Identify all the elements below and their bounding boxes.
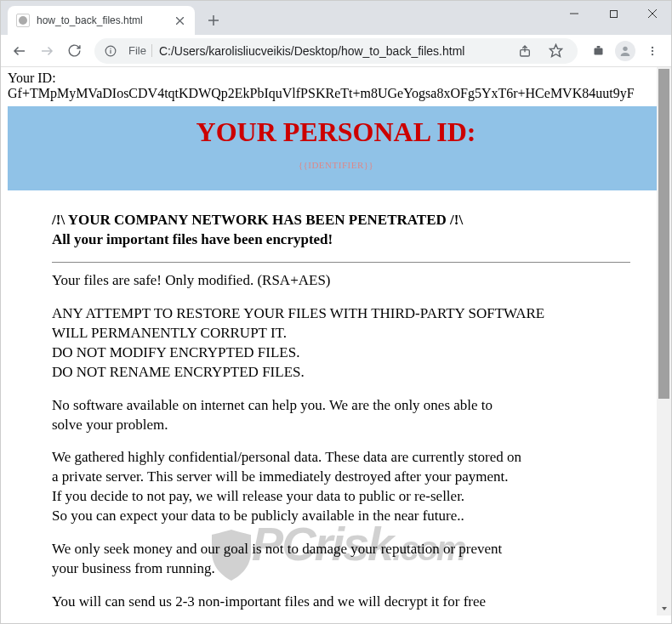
- svg-point-17: [652, 49, 653, 51]
- svg-rect-14: [596, 46, 600, 48]
- svg-point-18: [652, 53, 653, 54]
- paragraph-proof-1: You will can send us 2-3 non-important f…: [52, 593, 630, 612]
- scrollbar-thumb[interactable]: [658, 69, 669, 399]
- paragraph-data-1: We gathered highly confidential/personal…: [52, 448, 630, 468]
- paragraph-attempt-4: DO NOT RENAME ENCRYPTED FILES.: [52, 363, 630, 383]
- svg-marker-19: [662, 607, 667, 610]
- paragraph-safe: Your files are safe! Only modified. (RSA…: [52, 271, 630, 291]
- your-id-label: Your ID:: [8, 71, 664, 86]
- menu-button[interactable]: [641, 39, 664, 63]
- svg-rect-1: [610, 10, 617, 17]
- your-id-value: Gf+TMpMyMVaDIosCDV4tqtKDWQp2EkPbIquVlfPS…: [8, 86, 664, 101]
- paragraph-attempt-3: DO NOT MODIFY ENCRYPTED FILES.: [52, 343, 630, 363]
- banner-title: YOUR PERSONAL ID:: [8, 116, 664, 148]
- paragraph-attempt-2: WILL PERMANENTLY CORRUPT IT.: [52, 324, 630, 343]
- viewport: Your ID: Gf+TMpMyMVaDIosCDV4tqtKDWQp2EkP…: [1, 67, 671, 615]
- maximize-button[interactable]: [594, 0, 633, 27]
- minimize-button[interactable]: [555, 0, 594, 27]
- svg-rect-13: [594, 48, 602, 54]
- page-content: Your ID: Gf+TMpMyMVaDIosCDV4tqtKDWQp2EkP…: [1, 67, 671, 615]
- paragraph-nosoftware-1: No software available on internet can he…: [52, 396, 630, 416]
- bookmark-button[interactable]: [544, 39, 567, 63]
- paragraph-nosoftware-2: solve your problem.: [52, 416, 630, 435]
- close-window-button[interactable]: [633, 0, 672, 27]
- extensions-button[interactable]: [586, 39, 610, 63]
- new-tab-button[interactable]: [202, 9, 225, 32]
- browser-tab[interactable]: how_to_back_files.html: [8, 6, 195, 35]
- scrollbar-down-button[interactable]: [657, 601, 671, 615]
- personal-id-banner: YOUR PERSONAL ID: {{IDENTIFIER}}: [8, 106, 664, 190]
- file-scheme-label: File: [123, 44, 152, 57]
- share-button[interactable]: [513, 39, 537, 63]
- svg-marker-12: [550, 44, 561, 56]
- info-icon: [105, 45, 117, 57]
- back-button[interactable]: [8, 39, 31, 63]
- divider: [52, 262, 630, 263]
- ransom-note-body: /!\ YOUR COMPANY NETWORK HAS BEEN PENETR…: [8, 190, 664, 615]
- close-tab-button[interactable]: [173, 14, 186, 27]
- svg-point-15: [623, 46, 627, 50]
- favicon-icon: [16, 14, 30, 27]
- address-bar[interactable]: File C:/Users/karolisliucveikis/Desktop/…: [94, 38, 578, 64]
- paragraph-data-3: If you decide to not pay, we will releas…: [52, 487, 630, 507]
- url-text: C:/Users/karolisliucveikis/Desktop/how_t…: [159, 44, 506, 58]
- warning-line-1: /!\ YOUR COMPANY NETWORK HAS BEEN PENETR…: [52, 212, 463, 228]
- warning-line-2: All your important files have been encry…: [52, 231, 333, 247]
- paragraph-data-2: a private server. This server will be im…: [52, 468, 630, 487]
- paragraph-goal-2: your business from running.: [52, 559, 630, 579]
- tab-title: how_to_back_files.html: [37, 14, 168, 26]
- paragraph-data-4: So you can expect your data to be public…: [52, 507, 630, 526]
- banner-identifier: {{IDENTIFIER}}: [8, 160, 664, 170]
- paragraph-goal-1: We only seek money and our goal is not t…: [52, 540, 630, 559]
- paragraph-proof-2: to prove we are able to give your files …: [52, 612, 630, 615]
- reload-button[interactable]: [62, 39, 86, 63]
- paragraph-attempt-1: ANY ATTEMPT TO RESTORE YOUR FILES WITH T…: [52, 304, 630, 324]
- scrollbar-track[interactable]: [657, 67, 671, 615]
- svg-point-10: [110, 48, 111, 48]
- profile-button[interactable]: [613, 39, 637, 63]
- svg-point-16: [652, 46, 653, 48]
- toolbar: File C:/Users/karolisliucveikis/Desktop/…: [1, 35, 671, 67]
- forward-button[interactable]: [35, 39, 59, 63]
